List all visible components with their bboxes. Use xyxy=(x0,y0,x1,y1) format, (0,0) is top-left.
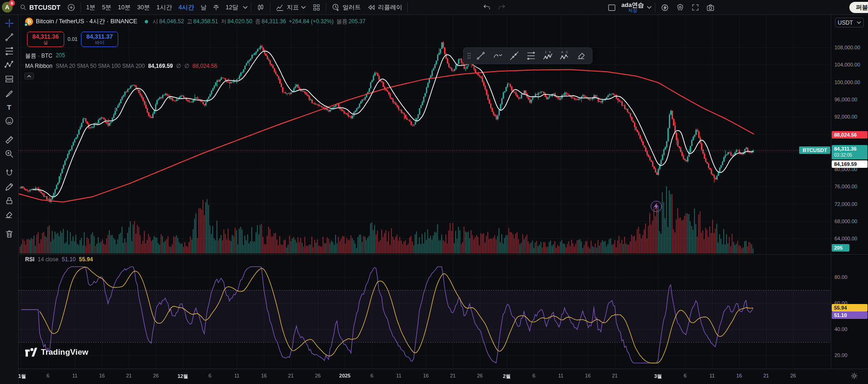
buy-button[interactable]: 84,311.37 바이 xyxy=(81,32,118,47)
quick-actions-icon xyxy=(660,3,669,12)
alert-button[interactable]: 얼러트 xyxy=(328,1,364,13)
indicators-button[interactable]: 지표 xyxy=(272,1,309,13)
crosshair-tool[interactable] xyxy=(2,16,16,30)
low-key: 저 xyxy=(221,18,227,26)
volume-legend[interactable]: 볼륨 · BTC 205 xyxy=(25,52,65,60)
trend-line-tool[interactable] xyxy=(2,30,16,44)
draw-stay-tool[interactable] xyxy=(2,180,16,194)
legend-collapse-button[interactable] xyxy=(24,73,34,79)
interval-button[interactable]: 12달 xyxy=(222,1,242,13)
time-tick: 26 xyxy=(477,373,483,378)
indicator-templates-button[interactable] xyxy=(309,1,324,13)
volume-key: 볼륨 xyxy=(336,18,348,26)
elliott-wave-quick-tool[interactable]: 15 xyxy=(540,49,556,63)
price-tick: 100,000.00 xyxy=(834,79,860,86)
screenshot-button[interactable] xyxy=(703,1,718,13)
symbol-search-button[interactable]: BTCUSDT xyxy=(16,1,64,13)
camera-icon xyxy=(706,4,715,12)
layout-menu[interactable]: ada연습 저장 xyxy=(619,2,646,13)
time-tick: 21 xyxy=(288,373,294,378)
trash-tool[interactable] xyxy=(2,227,16,241)
time-axis-settings[interactable] xyxy=(851,372,858,379)
sell-button[interactable]: 84,311.36 셀 xyxy=(27,32,64,47)
candles-icon xyxy=(256,3,265,12)
market-status-icon[interactable] xyxy=(145,20,148,23)
layout-name: ada연습 xyxy=(621,2,644,8)
fib-retracement-quick-tool[interactable] xyxy=(523,49,539,63)
undo-button[interactable] xyxy=(479,1,494,13)
layout-dropdown[interactable] xyxy=(646,1,653,13)
time-tick: 2025 xyxy=(339,373,350,378)
rsi-legend[interactable]: RSI 14 close 51.10 55.94 xyxy=(25,256,93,263)
curve-quick-tool[interactable] xyxy=(490,49,505,63)
high-value: 84,358.51 xyxy=(193,18,218,25)
close-key: 종 xyxy=(255,18,261,26)
eraser-quick-tool[interactable] xyxy=(573,49,589,63)
open-key: 시 xyxy=(153,18,158,26)
pattern-tool[interactable] xyxy=(2,58,16,72)
avatar-letter: A xyxy=(5,4,9,11)
quick-actions-button[interactable] xyxy=(657,1,673,13)
compare-add-symbol-button[interactable] xyxy=(64,1,79,13)
zoom-in-tool[interactable] xyxy=(2,147,16,161)
legend-title[interactable]: Bitcoin / TetherUS · 4시간 · BINANCE xyxy=(36,17,137,26)
interval-button[interactable]: 1시간 xyxy=(153,1,175,13)
drag-handle[interactable] xyxy=(466,52,472,60)
instant-order-button[interactable] xyxy=(651,201,662,212)
measure-tool[interactable] xyxy=(2,133,16,147)
publish-button[interactable]: 퍼블리시 xyxy=(849,2,868,13)
fullscreen-icon xyxy=(691,3,700,12)
tradingview-logo[interactable]: TradingView xyxy=(25,348,88,357)
time-axis[interactable]: 11월61116212612월61116212620256111621262월6… xyxy=(19,369,868,384)
time-tick: 21 xyxy=(126,373,132,378)
tradingview-mark-icon xyxy=(25,348,37,357)
notification-badge: 6 xyxy=(9,0,15,6)
interval-button[interactable]: 30분 xyxy=(134,1,153,13)
currency-toggle[interactable]: USDT xyxy=(835,18,864,27)
chart-style-button[interactable] xyxy=(253,1,268,13)
replay-button[interactable]: 리플레이 xyxy=(364,1,405,13)
fullscreen-button[interactable] xyxy=(688,1,703,13)
interval-button[interactable]: 1분 xyxy=(83,1,99,13)
time-tick: 26 xyxy=(315,373,321,378)
user-avatar[interactable]: A 6 xyxy=(2,2,13,13)
svg-text:1: 1 xyxy=(545,51,547,53)
bitcoin-icon: ₿A xyxy=(25,18,33,26)
redo-button[interactable] xyxy=(494,1,509,13)
time-tick: 2월 xyxy=(503,373,511,380)
tradingview-app: A 6 BTCUSDT 1분5분10분30분1시간4시간날주12달 지표 xyxy=(0,0,868,384)
brush-tool[interactable] xyxy=(2,86,16,100)
trend-line-quick-tool[interactable] xyxy=(473,49,489,63)
alert-label: 얼러트 xyxy=(343,3,361,12)
interval-dropdown[interactable] xyxy=(242,1,249,13)
interval-button[interactable]: 10분 xyxy=(114,1,134,13)
extended-line-quick-tool[interactable] xyxy=(506,49,522,63)
svg-text:A: A xyxy=(561,51,563,53)
interval-button[interactable]: 5분 xyxy=(99,1,114,13)
settings-button[interactable] xyxy=(673,1,688,13)
abcd-pattern-quick-tool[interactable]: AC xyxy=(557,49,572,63)
interval-button[interactable]: 날 xyxy=(197,1,210,13)
drawing-toolbar: T xyxy=(0,15,19,384)
panel-toggle-button[interactable] xyxy=(604,1,619,13)
spread-value: 0.01 xyxy=(64,36,81,42)
magnet-tool[interactable] xyxy=(2,166,16,180)
top-toolbar: A 6 BTCUSDT 1분5분10분30분1시간4시간날주12달 지표 xyxy=(0,0,868,15)
price-tick: 92,000.00 xyxy=(834,113,857,120)
remove-objects-tool[interactable] xyxy=(2,208,16,222)
interval-button[interactable]: 주 xyxy=(210,1,222,13)
fib-retracement-tool[interactable] xyxy=(2,44,16,58)
price-axis[interactable]: USDT 108,000.00104,000.00100,000.0096,00… xyxy=(831,15,868,369)
rsi-ma-value: 55.94 xyxy=(79,256,93,263)
ma-ribbon-legend[interactable]: MA Ribbon SMA 20 SMA 50 SMA 100 SMA 200 … xyxy=(25,63,217,69)
toolbar-separator xyxy=(655,3,655,12)
text-tool[interactable]: T xyxy=(2,100,16,114)
volume-legend-value: 205 xyxy=(56,52,65,60)
emoji-tool[interactable] xyxy=(2,114,16,128)
position-tool[interactable] xyxy=(2,72,16,86)
toolbar-separator xyxy=(326,3,326,12)
lock-all-tool[interactable] xyxy=(2,194,16,208)
time-tick: 3월 xyxy=(654,373,662,380)
interval-button[interactable]: 4시간 xyxy=(175,1,197,13)
time-tick: 16 xyxy=(99,373,105,378)
